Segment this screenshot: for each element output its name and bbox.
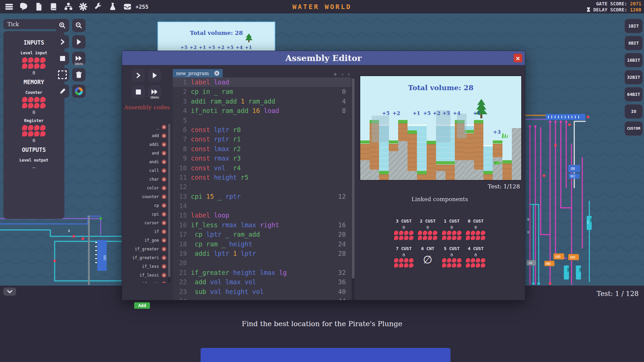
code-line[interactable]: 23 sub vol height vol40 (173, 287, 351, 296)
asm-code-item[interactable]: call× (125, 166, 166, 175)
delete-code-icon[interactable]: × (162, 273, 166, 278)
asm-code-item[interactable]: if× (125, 227, 166, 236)
delete-code-icon[interactable]: × (162, 133, 166, 138)
code-line[interactable]: 14 (173, 201, 351, 210)
close-button[interactable]: × (514, 54, 522, 62)
code-line[interactable]: 2cp in _ ram0 (173, 87, 351, 96)
component-level-input[interactable]: Level input0 (3, 51, 64, 75)
zoom-in-button[interactable] (56, 19, 69, 32)
linked-component[interactable]: 7 CUST0 (393, 246, 414, 267)
delete-code-icon[interactable]: × (162, 264, 166, 269)
delete-code-icon[interactable]: × (162, 177, 166, 182)
delete-code-icon[interactable]: × (162, 247, 166, 251)
color-wheel-button[interactable] (72, 84, 86, 98)
code-editor[interactable]: 1label load2cp in _ ram03addi ram_add 1 … (173, 77, 351, 300)
tab-new-program[interactable]: new_program × (173, 69, 223, 77)
sidebar-item-32bit[interactable]: 32BIT (625, 70, 643, 84)
delete-code-icon[interactable]: × (162, 221, 166, 225)
code-line[interactable]: 13cpi 15 _ rptr12 (173, 192, 351, 201)
asm-code-item[interactable]: if_noti× (125, 280, 166, 283)
linked-component[interactable]: 6 CNT∅ (418, 246, 438, 267)
linked-component[interactable]: 4 CUST0 (466, 246, 486, 267)
sidebar-item-custom[interactable]: CUSTOM (625, 121, 643, 136)
fast-forward-button[interactable]: 10kHz (72, 52, 86, 65)
code-line[interactable]: 12 (173, 182, 351, 191)
code-line[interactable]: 19 addi lptr 1 lptr28 (173, 249, 351, 258)
delete-code-icon[interactable]: × (162, 194, 166, 199)
code-line[interactable]: 11const height r5 (173, 173, 351, 182)
step-button[interactable] (56, 35, 69, 49)
delete-code-icon[interactable]: × (162, 282, 166, 283)
code-line[interactable]: 16if_less rmax lmax right16 (173, 220, 351, 230)
sidebar-item-1bit[interactable]: 1BIT (625, 19, 643, 33)
asm-code-item[interactable]: if_lessi× (125, 271, 166, 280)
code-line[interactable]: 18 cp ram _ height24 (173, 239, 351, 249)
tab-close-icon[interactable]: × (214, 71, 219, 76)
delete-code-icon[interactable]: × (162, 255, 166, 260)
asm-code-item[interactable]: cpi× (125, 210, 166, 219)
add-code-button[interactable]: Add (134, 302, 150, 309)
code-line[interactable]: 2444 (173, 296, 351, 300)
delete-code-icon[interactable]: × (162, 168, 166, 173)
asm-code-item[interactable]: andi× (125, 158, 166, 166)
play-button[interactable] (72, 35, 86, 49)
zoom-out-button[interactable] (72, 19, 86, 32)
code-line[interactable]: 5 (173, 116, 351, 125)
component-register[interactable]: Register0 (3, 118, 64, 143)
delete-code-icon[interactable]: × (162, 142, 166, 147)
delete-code-icon[interactable]: × (162, 186, 166, 190)
asm-code-item[interactable]: char× (125, 175, 166, 184)
linked-component[interactable]: 0 CUST0 (466, 219, 486, 240)
asm-code-item[interactable]: add× (125, 131, 166, 140)
asm-play-button[interactable] (148, 69, 161, 82)
linked-component[interactable]: 2 CUST0 (418, 219, 438, 240)
modal-titlebar[interactable]: Assembly Editor × (122, 51, 525, 65)
code-line[interactable]: 20 (173, 258, 351, 267)
linked-component[interactable]: 5 CUST0 (441, 246, 462, 267)
linked-component[interactable]: 1 CUST0 (441, 219, 462, 240)
code-line[interactable]: 22 add vol lmax vol36 (173, 277, 351, 287)
codes-scrollbar[interactable] (168, 123, 171, 283)
component-level-output[interactable]: Level output– (3, 158, 64, 170)
linked-component[interactable]: 3 CUST0 (393, 219, 414, 240)
asm-code-item[interactable]: color× (125, 184, 166, 192)
asm-code-item[interactable]: cursor× (125, 219, 166, 227)
tab-controls[interactable]: + ‹ › (333, 71, 351, 77)
bottom-progress-bar[interactable] (201, 348, 450, 362)
asm-code-item[interactable]: if_less× (125, 262, 166, 271)
asm-code-item[interactable]: _× (125, 123, 166, 131)
asm-code-item[interactable]: cp× (125, 201, 166, 210)
asm-stop-button[interactable] (131, 85, 145, 99)
code-line[interactable]: 8const lmax r2 (173, 144, 351, 154)
code-line[interactable]: 9const rmax r3 (173, 154, 351, 163)
sidebar-item-16bit[interactable]: 16BIT (625, 53, 643, 67)
delete-code-icon[interactable]: × (162, 125, 166, 129)
stop-button[interactable] (56, 52, 69, 65)
collapse-button[interactable] (3, 288, 16, 296)
tick-bar[interactable]: Tick − (3, 19, 64, 29)
sidebar-item-8bit[interactable]: 8BIT (625, 36, 643, 50)
code-line[interactable]: 15label loop (173, 210, 351, 220)
delete-code-icon[interactable]: × (162, 203, 166, 208)
asm-code-item[interactable]: if_greater× (125, 245, 166, 253)
asm-step-button[interactable] (131, 69, 145, 82)
asm-fast-forward-button[interactable]: 10kHz (148, 85, 161, 99)
asm-code-item[interactable]: if_goe× (125, 236, 166, 245)
edit-button[interactable] (56, 84, 69, 98)
delete-code-icon[interactable]: × (162, 151, 166, 156)
asm-code-item[interactable]: counter× (125, 192, 166, 201)
asm-code-item[interactable]: addi× (125, 140, 166, 149)
delete-code-icon[interactable]: × (162, 229, 166, 234)
code-line[interactable]: 1label load (173, 77, 351, 87)
codes-scrollbar-thumb[interactable] (168, 123, 170, 277)
sidebar-item-io[interactable]: IO (625, 104, 643, 119)
delete-code-icon[interactable]: × (162, 238, 166, 243)
asm-code-item[interactable]: and× (125, 149, 166, 158)
code-line[interactable]: 6const lptr r0 (173, 125, 351, 134)
sidebar-item-64bit[interactable]: 64BIT (625, 87, 643, 102)
code-scrollbar-thumb[interactable] (352, 78, 355, 279)
delete-button[interactable] (72, 68, 86, 81)
code-line[interactable]: 7const rptr r1 (173, 134, 351, 144)
code-line[interactable]: 17 cp lptr _ ram_add20 (173, 230, 351, 239)
component-counter[interactable]: Counter0 (3, 90, 64, 115)
